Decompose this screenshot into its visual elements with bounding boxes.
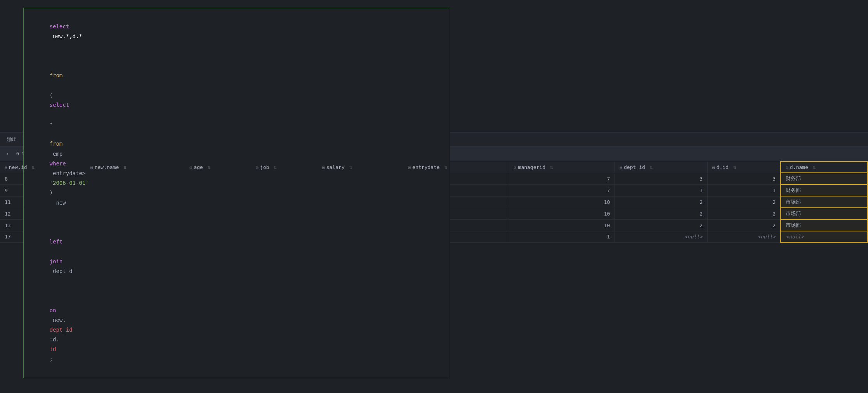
table-cell: 2	[707, 208, 781, 219]
sort-icon-d-id: ⇅	[733, 164, 736, 170]
indent-2	[50, 63, 63, 69]
table-cell: 市场部	[781, 196, 868, 208]
col-header-dept-id[interactable]: ⊞dept_id ⇅	[615, 162, 708, 173]
space3	[50, 131, 53, 137]
table-cell: <null>	[707, 231, 781, 242]
keyword-on: on	[50, 307, 56, 313]
col-header-new-id[interactable]: ⊞new.id ⇅	[0, 162, 86, 173]
keyword-left: left	[50, 238, 63, 245]
code-line-3: left join dept d	[30, 217, 444, 286]
table-cell: 市场部	[781, 208, 868, 219]
keyword-join: join	[50, 258, 63, 264]
col-header-age[interactable]: ⊡age ⇅	[185, 162, 251, 173]
col-icon-d-name: ⊡	[786, 165, 788, 170]
space4: emp	[50, 151, 66, 157]
col-icon-dept-id: ⊞	[620, 165, 622, 170]
table-cell: 2	[707, 219, 781, 231]
col-icon-new-id: ⊞	[5, 165, 7, 170]
sort-icon-salary: ⇅	[349, 164, 352, 170]
table-cell: 财务部	[781, 173, 868, 184]
prev-page-button[interactable]: ‹	[5, 150, 11, 157]
code-line-1: select new.*,d.*	[30, 12, 444, 51]
space9: new.	[50, 317, 66, 323]
space	[50, 82, 53, 88]
space8: dept d	[50, 268, 73, 274]
col-header-d-name[interactable]: ⊡d.name ⇅	[781, 162, 868, 173]
table-cell: 3	[615, 184, 708, 196]
sort-icon-new-id: ⇅	[31, 164, 35, 170]
table-cell: 市场部	[781, 219, 868, 231]
table-cell: 2	[615, 219, 708, 231]
paren-open: (	[50, 92, 53, 98]
col-icon-new-name: ⊡	[90, 165, 93, 170]
table-cell: 2	[615, 196, 708, 208]
table-cell: 3	[707, 173, 781, 184]
table-cell: 7	[509, 173, 615, 184]
table-cell: 10	[509, 208, 615, 219]
col-icon-job: ⊡	[256, 165, 259, 170]
chevron-left-icon: ‹	[6, 151, 9, 157]
star: *	[50, 121, 53, 127]
space2	[50, 111, 53, 118]
table-cell: 2	[615, 208, 708, 219]
keyword-from: from	[50, 72, 63, 78]
paren-close: )	[50, 190, 53, 196]
keyword-select-2: select	[50, 102, 69, 108]
indent-4	[50, 297, 89, 303]
code-block: select new.*,d.* from ( select * from em…	[23, 8, 450, 378]
col-header-d-id[interactable]: ⊡d.id ⇅	[707, 162, 781, 173]
col-icon-salary: ⊡	[322, 165, 325, 170]
space6: new	[50, 200, 66, 206]
col-icon-d-id: ⊡	[712, 165, 715, 170]
table-cell: 7	[509, 184, 615, 196]
table-header-row: ⊞new.id ⇅ ⊡new.name ⇅ ⊡age ⇅ ⊡job ⇅	[0, 162, 868, 173]
col-header-new-name[interactable]: ⊡new.name ⇅	[86, 162, 185, 173]
col-icon-age: ⊡	[190, 165, 193, 170]
table-cell: 10	[509, 196, 615, 208]
table-cell: 3	[615, 173, 708, 184]
date-string: '2006-01-01'	[50, 180, 89, 186]
code-newstar: new.*,d.*	[50, 33, 82, 39]
keyword-select: select	[50, 23, 69, 30]
sort-icon-dept-id: ⇅	[650, 164, 653, 170]
sort-icon-entrydate: ⇅	[444, 164, 447, 170]
table-cell: 3	[707, 184, 781, 196]
table-cell: <null>	[781, 231, 868, 242]
tab-output[interactable]: 输出	[3, 134, 21, 144]
table-cell: <null>	[615, 231, 708, 242]
equals: =d.	[50, 336, 59, 343]
table-cell: 10	[509, 219, 615, 231]
sort-icon-new-name: ⇅	[123, 164, 127, 170]
sort-icon-job: ⇅	[274, 164, 277, 170]
col-header-job[interactable]: ⊡job ⇅	[251, 162, 318, 173]
col-header-managerid[interactable]: ⊡managerid ⇅	[509, 162, 615, 173]
table-cell: 财务部	[781, 184, 868, 196]
sort-icon-d-name: ⇅	[813, 164, 816, 170]
semicolon: ;	[50, 356, 53, 362]
field-dept-id: dept_id	[50, 327, 73, 333]
col-icon-managerid: ⊡	[514, 165, 517, 170]
table-cell: 1	[509, 231, 615, 242]
space7	[50, 249, 53, 255]
field-id: id	[50, 346, 56, 352]
code-line-2: from ( select * from emp where entrydate…	[30, 51, 444, 217]
sort-icon-managerid: ⇅	[550, 164, 553, 170]
code-line-4: on new. dept_id =d. id ;	[30, 286, 444, 374]
col-header-salary[interactable]: ⊡salary ⇅	[317, 162, 403, 173]
col-icon-entrydate: ⊡	[408, 165, 411, 170]
col-header-entrydate[interactable]: ⊡entrydate ⇅	[403, 162, 509, 173]
sort-icon-age: ⇅	[207, 164, 210, 170]
editor-area: select new.*,d.* from ( select * from em…	[0, 0, 868, 109]
table-cell: 2	[707, 196, 781, 208]
keyword-from-2: from	[50, 141, 63, 147]
indent-3	[50, 229, 76, 235]
